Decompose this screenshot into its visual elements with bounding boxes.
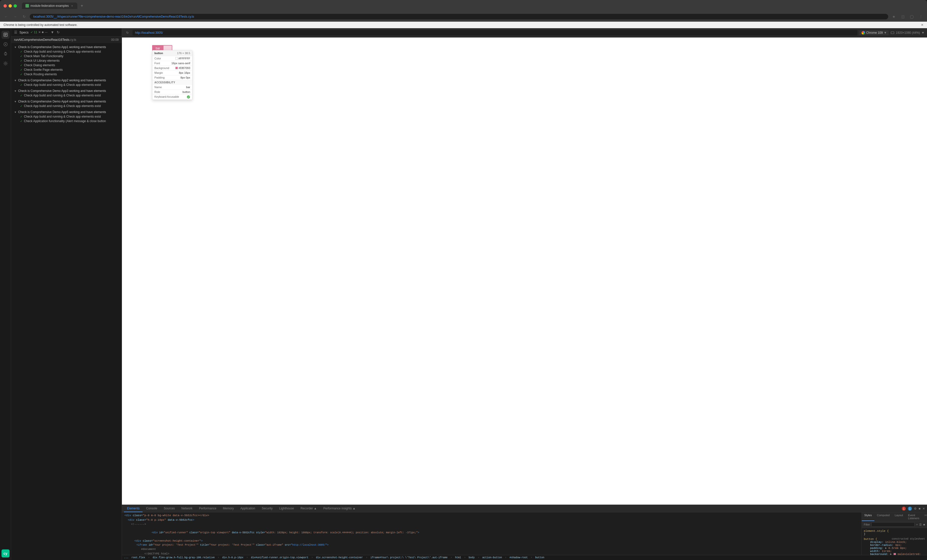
sidebar-settings-icon[interactable] — [2, 59, 9, 67]
address-bar[interactable]: localhost:3005/__/#/specs/runner?file=co… — [30, 14, 888, 20]
breadcrumb-root[interactable]: root.flex — [132, 556, 145, 559]
suite-header-5[interactable]: ▼ Check is Comprehensive Demo App5 worki… — [14, 110, 119, 114]
devtools-dock-icon[interactable]: ■ — [919, 507, 921, 510]
filter-bar: Filter + ☰ ■ — [862, 521, 927, 528]
tab-elements[interactable]: Elements — [124, 505, 143, 512]
active-tab[interactable]: module-federation-examples × — [22, 3, 78, 9]
refresh-button[interactable]: ↻ — [21, 13, 28, 20]
minimize-button[interactable] — [9, 4, 12, 8]
test-item-1-1[interactable]: ✓ Check App build and running & Check ap… — [14, 49, 119, 54]
test-item-1-3[interactable]: ✓ Check UI Library elements — [14, 58, 119, 63]
tab-lighthouse[interactable]: Lighthouse — [276, 505, 297, 512]
styles-tab-layout[interactable]: Layout — [892, 512, 906, 521]
breadcrumb-div3[interactable]: div#unified-runner.origin-top.viewport — [251, 556, 308, 559]
suite-name-1: Check is Comprehensive Demo App1 working… — [18, 46, 106, 49]
sidebar-debug-icon[interactable] — [2, 50, 9, 58]
devtools-settings-icon[interactable]: ⚙ — [914, 507, 917, 510]
test-item-2-1[interactable]: ✓ Check App build and running & Check ap… — [14, 83, 119, 87]
expand-icon[interactable]: ► — [885, 547, 887, 550]
reload-icon[interactable]: ↻ — [125, 30, 131, 36]
html-line-6[interactable]: <iframe id="Your project: 'Test Project'… — [124, 543, 860, 547]
tab-performance-insights[interactable]: Performance insights ▲ — [321, 505, 359, 512]
profile-button[interactable]: ◯ — [908, 13, 915, 20]
test-file-row[interactable]: runAllComprehensiveDemoReact16Tests.cy.t… — [11, 36, 122, 43]
tab-sources[interactable]: Sources — [161, 505, 178, 512]
error-count-badge: 1 — [902, 507, 906, 511]
html-line-5[interactable]: <div class="screenshot-height-container"… — [124, 539, 860, 543]
back-button[interactable]: ← — [3, 13, 9, 20]
test-item-4-1[interactable]: ✓ Check App build and running & Check ap… — [14, 104, 119, 108]
pass-count: ✓ 11 — [30, 30, 37, 34]
test-item-5-1[interactable]: ✓ Check App build and running & Check ap… — [14, 114, 119, 119]
tab-memory[interactable]: Memory — [220, 505, 237, 512]
test-label: Check UI Library elements — [24, 59, 59, 62]
forward-button[interactable]: → — [12, 13, 19, 20]
tab-console[interactable]: Console — [143, 505, 160, 512]
filter-icon[interactable]: ▼ — [51, 30, 54, 34]
html-line-3[interactable]: <!------> — [124, 522, 860, 527]
chrome-dropdown-icon[interactable]: ▼ — [884, 31, 887, 35]
test-item-3-1[interactable]: ✓ Check App build and running & Check ap… — [14, 93, 119, 98]
breadcrumb-button[interactable]: button — [535, 556, 544, 559]
suite-header-4[interactable]: ▼ Check is Comprehensive Demo App4 worki… — [14, 99, 119, 104]
popup-margin-key: Margin — [154, 71, 163, 74]
html-line-7[interactable]: #document — [124, 547, 860, 552]
bg-color-swatch — [894, 553, 896, 555]
test-item-1-6[interactable]: ✓ Check Routing elements — [14, 72, 119, 77]
breadcrumb-div4[interactable]: div.screenshot-height-container — [316, 556, 363, 559]
sidebar-runs-icon[interactable] — [2, 40, 9, 49]
sidebar-specs-icon[interactable] — [2, 31, 9, 39]
breadcrumb-action-button[interactable]: action-button — [482, 556, 502, 559]
tab-performance[interactable]: Performance — [196, 505, 219, 512]
refresh-icon[interactable]: ↻ — [57, 30, 60, 34]
test-item-1-2[interactable]: ✓ Check Main Tab Functionality — [14, 54, 119, 58]
breadcrumb-iframe[interactable]: iframe#Your\ project:\ \'Test\ Project\'… — [370, 556, 447, 559]
styles-tab-styles[interactable]: Styles — [862, 512, 874, 521]
styles-tab-event-listeners[interactable]: Event Listeners — [906, 512, 922, 521]
cypress-logo[interactable]: cy — [2, 549, 9, 557]
html-line-1[interactable]: <div class="p-0 m-0 bg-white data-v-5b52… — [124, 513, 860, 518]
breadcrumb-div1[interactable]: div.flex-grow.h-full.bg-gray-100.relativ… — [153, 556, 214, 559]
extensions-button[interactable]: ◫ — [899, 13, 906, 20]
breadcrumb-div2[interactable]: div.h-0.p-16px — [222, 556, 243, 559]
tab-recorder[interactable]: Recorder ▲ — [298, 505, 320, 512]
expand-icon[interactable]: ► — [890, 553, 892, 555]
suite-header-3[interactable]: ▼ Check is Comprehensive Demo App3 worki… — [14, 89, 119, 93]
viewport-dropdown-icon[interactable]: ▼ — [921, 31, 924, 35]
devtools-close-icon[interactable]: ✕ — [922, 507, 925, 510]
html-line-4[interactable]: <div id="unified-runner" class="origin-t… — [124, 527, 860, 539]
breadcrumb-html[interactable]: html — [455, 556, 461, 559]
test-item-1-5[interactable]: ✓ Check Svelte Page elements — [14, 67, 119, 72]
test-file-info: runAllComprehensiveDemoReact16Tests.cy.t… — [14, 38, 76, 41]
test-check-icon: ✓ — [20, 55, 23, 58]
close-button[interactable] — [3, 4, 7, 8]
notification-close-button[interactable]: ✕ — [921, 23, 924, 27]
test-check-icon: ✓ — [20, 83, 23, 87]
styles-tab-more[interactable]: >> — [922, 512, 927, 521]
html-line-8[interactable]: <!DOCTYPE html> — [124, 552, 860, 555]
popup-padding-row: Padding 8px 0px — [152, 75, 192, 80]
breadcrumb-shadow-root[interactable]: #shadow-root — [510, 556, 528, 559]
suite-header-2[interactable]: ▼ Check is Comprehensive Demo App2 worki… — [14, 78, 119, 83]
new-tab-button[interactable]: + — [79, 3, 85, 9]
tab-network[interactable]: Network — [178, 505, 196, 512]
add-style-icon[interactable]: + — [916, 523, 918, 526]
preview-url-bar[interactable]: http://localhost:3005/ — [132, 30, 857, 35]
tab-application[interactable]: Application — [237, 505, 258, 512]
style-prop-width: width: 11rem; — [864, 550, 925, 553]
tab-security[interactable]: Security — [259, 505, 276, 512]
html-line-2[interactable]: <div class="h-0 p-16px" data-v-5b52cfcc> — [124, 518, 860, 522]
menu-button[interactable]: ⋮ — [918, 13, 924, 20]
bookmark-button[interactable]: ★ — [890, 13, 897, 20]
maximize-button[interactable] — [14, 4, 17, 8]
color-palette-icon[interactable]: ■ — [923, 523, 925, 526]
tab-close-button[interactable]: × — [70, 4, 74, 8]
filter-input[interactable] — [871, 522, 915, 527]
chrome-version: Chrome 109 — [866, 31, 883, 35]
test-item-1-4[interactable]: ✓ Check Dialog elements — [14, 63, 119, 67]
toggle-properties-icon[interactable]: ☰ — [919, 523, 922, 526]
suite-header-1[interactable]: ▼ Check is Comprehensive Demo App1 worki… — [14, 45, 119, 49]
test-item-5-2[interactable]: ✓ Check Application functionality (Alert… — [14, 119, 119, 123]
breadcrumb-body[interactable]: body — [469, 556, 475, 559]
styles-tab-computed[interactable]: Computed — [874, 512, 892, 521]
